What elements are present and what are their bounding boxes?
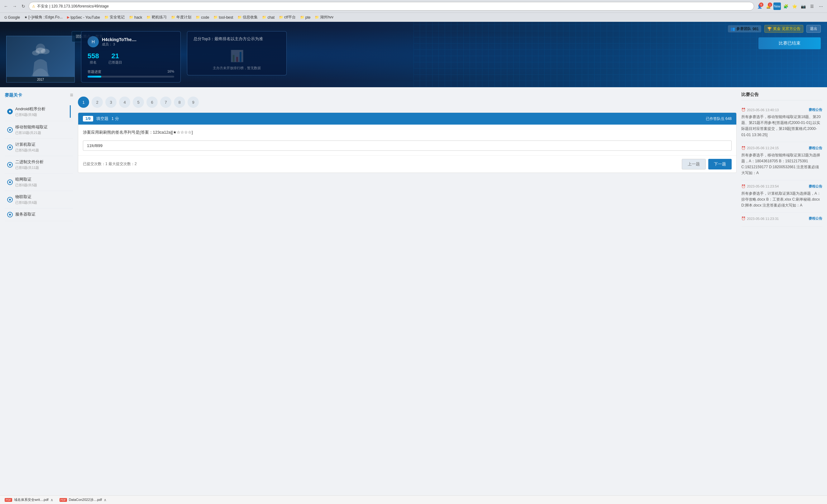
progress-bar-background [88, 76, 174, 78]
category-item-binary-analysis[interactable]: 二进制文件分析 已答0题/共11题 [5, 156, 73, 173]
announce-date: ⏰ 2023-05-06 13:40:13 [741, 108, 779, 112]
category-progress: 已答0题/共11题 [15, 165, 71, 170]
solved-num: 21 [108, 52, 122, 60]
announcements-list: ⏰ 2023-05-06 13:40:13 赛程公告 所有参赛选手，移动智能终端… [741, 104, 822, 227]
question-tab-4[interactable]: 4 [119, 97, 130, 108]
category-item-darknet-forensics[interactable]: 暗网取证 已答0题/共5题 [5, 173, 73, 191]
folder-icon: 📁 [237, 15, 242, 19]
bookmark-code[interactable]: 📁 code [194, 15, 211, 20]
top-right-controls: 👥 参赛团队 981 🏆 奖金 见官方公告 退出 [728, 25, 821, 33]
notifications-icon[interactable]: 🔔 1 [765, 2, 772, 10]
award-link: 见官方公告 [782, 26, 800, 32]
more-icon[interactable]: ⋯ [817, 2, 825, 10]
refresh-button[interactable]: ↻ [20, 3, 27, 10]
category-item-server-forensics[interactable]: 服务器取证 [5, 208, 73, 221]
progress-label: 答题进度 16% [88, 69, 174, 74]
bookmark-edge[interactable]: ★ [~]#棱角 ::Edge.Fo... [22, 14, 64, 20]
logout-button[interactable]: 退出 [807, 25, 821, 33]
category-info: 暗网取证 已答0题/共5题 [15, 177, 71, 188]
category-item-mobile-forensics[interactable]: 移动智能终端取证 已答10题/共21题 [5, 121, 73, 139]
prev-question-button[interactable]: 上一题 [682, 159, 706, 169]
url-text: 不安全 | 120.78.173.106/forensics/49/stage [37, 4, 109, 9]
category-progress: 已答10题/共21题 [15, 131, 71, 135]
main-content: 赛题关卡 ≡ Android程序分析 已答6题/共9题 移动智能终端取证 [0, 87, 827, 274]
solved-stat: 21 已答题目 [108, 52, 122, 65]
score-card-header: H H4ckingToThe.... 成员： 3 [88, 36, 174, 47]
bookmark-tool-best[interactable]: 📁 tool-best [211, 15, 235, 20]
category-info: 服务器取证 [15, 211, 71, 218]
bookmark-security-notes[interactable]: 📁 安全笔记 [102, 14, 127, 20]
bookmark-hack[interactable]: 📁 hack [127, 15, 144, 20]
folder-icon: 📁 [196, 15, 200, 19]
address-bar[interactable]: ⚠ 不安全 | 120.78.173.106/forensics/49/stag… [29, 2, 754, 11]
question-tab-3[interactable]: 3 [105, 97, 116, 108]
category-progress: 已答5题/共41题 [15, 148, 71, 153]
sidebar-menu-icon[interactable]: ≡ [70, 92, 73, 98]
next-question-button[interactable]: 下一题 [708, 159, 732, 169]
bookmark-annual-plan[interactable]: 📁 年度计划 [169, 14, 193, 20]
collections-icon[interactable]: ☰ [808, 2, 816, 10]
announcements-title: 比赛公告 [741, 92, 822, 101]
question-tab-2[interactable]: 2 [92, 97, 103, 108]
leaderboard-card: 总分Top3：最终排名以主办方公示为准 📊 主办方未开放排行榜，暂无数据 [187, 31, 287, 75]
announce-meta: ⏰ 2023-05-06 11:24:15 赛程公告 [741, 146, 822, 150]
announce-type: 赛程公告 [809, 146, 822, 150]
forward-button[interactable]: → [11, 3, 18, 10]
answer-input[interactable] [83, 141, 732, 151]
members-label: 成员： [102, 42, 112, 46]
bookmark-label: 信息收集 [243, 15, 258, 20]
bookmark-ctf[interactable]: 📁 ctf平台 [277, 14, 298, 20]
announce-date: ⏰ 2023-05-06 11:23:54 [741, 185, 779, 189]
category-info: Android程序分析 已答6题/共9题 [15, 106, 66, 117]
bookmark-label: [~]#棱角 ::Edge.Fo... [28, 15, 63, 20]
folder-icon: 📁 [315, 15, 319, 19]
security-warning-icon: ⚠ [32, 4, 35, 8]
bookmark-label: pte [305, 15, 311, 19]
screenshot-icon[interactable]: 📷 [799, 2, 807, 10]
submit-count: 已提交次数：1 [83, 162, 107, 166]
bookmarks-bar: G Google ★ [~]#棱角 ::Edge.Fo... ▶ IppSec … [0, 12, 827, 22]
contest-ended-button[interactable]: 比赛已结束 [759, 37, 821, 49]
question-tab-1[interactable]: 1 [78, 97, 89, 108]
back-button[interactable]: ← [2, 3, 9, 10]
extensions-icon[interactable]: 🧩 [782, 2, 790, 10]
bookmark-pte[interactable]: 📁 pte [298, 15, 312, 20]
bookmark-hvv[interactable]: 📁 湖州hvv [313, 14, 335, 20]
active-indicator [70, 105, 71, 118]
category-name: 服务器取证 [15, 211, 71, 217]
score-stats: 558 排名 21 已答题目 [88, 52, 174, 65]
bookmark-ippsec[interactable]: ▶ IppSec - YouTube [65, 15, 102, 20]
question-tabs: 1 2 3 4 5 6 7 8 9 [78, 97, 737, 108]
award-badge[interactable]: 🏆 奖金 见官方公告 [764, 25, 803, 33]
question-tab-7[interactable]: 7 [160, 97, 172, 108]
category-progress: 已答0题/共5题 [15, 183, 71, 188]
favorites-icon[interactable]: ⭐ [791, 2, 798, 10]
bookmark-label: 湖州hvv [320, 15, 333, 20]
profile-icon[interactable]: 👤 6 [756, 2, 764, 10]
category-info: 移动智能终端取证 已答10题/共21题 [15, 124, 71, 135]
bookmark-target-practice[interactable]: 📁 靶机练习 [145, 14, 168, 20]
question-tab-5[interactable]: 5 [133, 97, 144, 108]
new-badge-icon[interactable]: New [773, 2, 781, 10]
question-tab-6[interactable]: 6 [146, 97, 158, 108]
team-avatar: H [88, 36, 99, 47]
bookmark-info-collect[interactable]: 📁 信息收集 [236, 14, 259, 20]
bookmark-chat[interactable]: 📁 chat [260, 15, 276, 20]
bookmark-google[interactable]: G Google [2, 15, 22, 20]
category-progress: 已答6题/共9题 [15, 112, 66, 117]
question-tab-9[interactable]: 9 [188, 97, 199, 108]
category-icon [7, 162, 13, 167]
question-score: 1 分 [111, 116, 119, 121]
leaderboard-icon: 📊 [194, 46, 280, 66]
clock-icon: ⏰ [741, 185, 746, 189]
category-item-iot-forensics[interactable]: 物联取证 已答0题/共6题 [5, 191, 73, 208]
category-item-computer-forensics[interactable]: 计算机取证 已答5题/共41题 [5, 139, 73, 156]
category-item-android[interactable]: Android程序分析 已答6题/共9题 [5, 102, 73, 121]
category-icon [7, 109, 13, 114]
leaderboard-title: 总分Top3：最终排名以主办方公示为准 [194, 36, 280, 42]
team-name: H4ckingToThe.... [102, 37, 137, 42]
category-name: 移动智能终端取证 [15, 124, 71, 130]
question-tab-8[interactable]: 8 [174, 97, 185, 108]
category-icon [7, 180, 13, 185]
progress-text: 答题进度 [88, 69, 101, 74]
